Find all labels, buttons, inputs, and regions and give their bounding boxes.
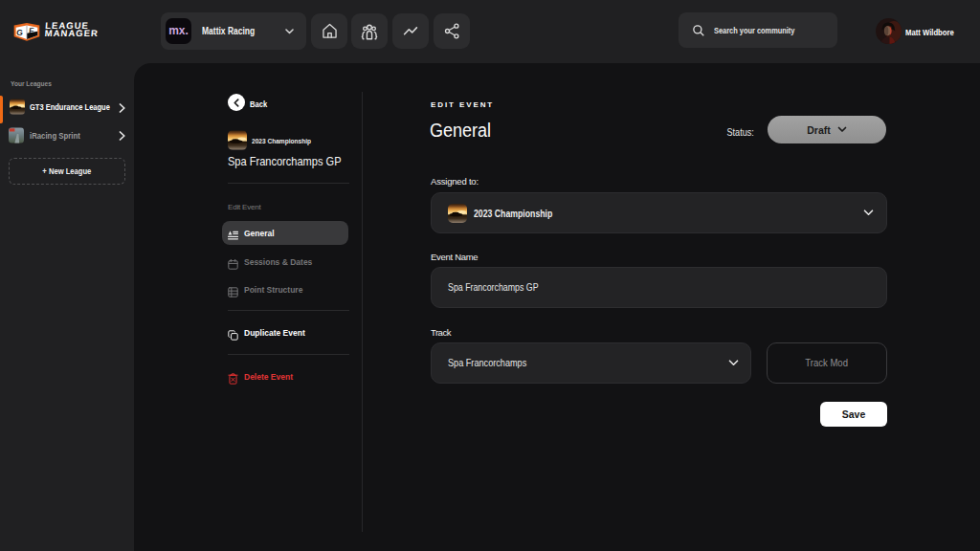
svg-text:G: G [16,28,24,37]
svg-text:F: F [29,26,34,35]
